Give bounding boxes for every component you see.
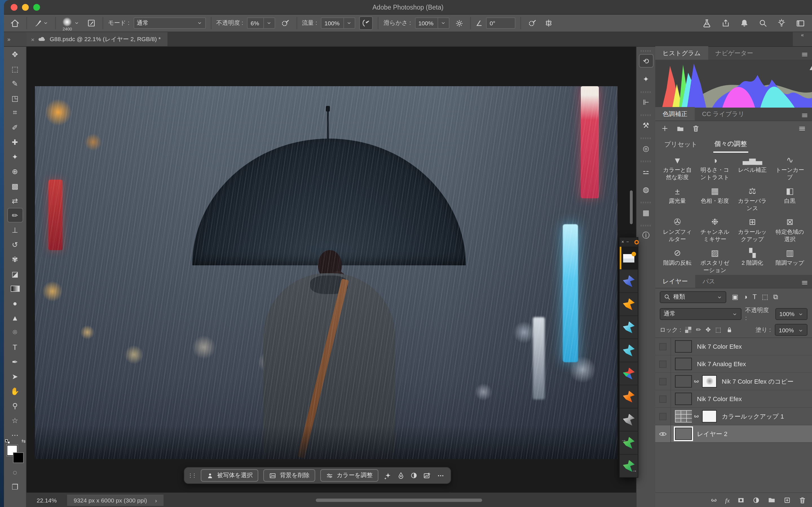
lock-pixels-icon[interactable]: ✏	[696, 326, 701, 334]
tab-cc-libraries[interactable]: CC ライブラリ	[695, 107, 752, 121]
plugin-item[interactable]	[620, 316, 638, 339]
dock-panel-button[interactable]: ⚒	[637, 112, 656, 135]
panel-menu-icon[interactable]	[801, 278, 809, 286]
plugin-item[interactable]	[620, 408, 638, 431]
adjustment-item[interactable]: ▥ 階調マップ	[771, 248, 809, 274]
folder-icon[interactable]	[676, 124, 684, 133]
opacity-pressure-button[interactable]	[279, 16, 291, 30]
layer-mask-link-icon[interactable]	[693, 378, 700, 385]
tool-button[interactable]: ✾	[7, 252, 23, 267]
layer-thumbnail[interactable]	[675, 375, 692, 388]
size-pressure-button[interactable]	[526, 16, 539, 30]
adjustment-item[interactable]: ▼ カラーと自 然な彩度	[659, 155, 696, 181]
lock-all-icon[interactable]	[726, 326, 733, 334]
brush-preset-picker[interactable]: 2400	[61, 16, 81, 30]
layer-thumbnail[interactable]	[675, 393, 692, 405]
layer-row[interactable]: Nik 7 Color Efex	[655, 338, 812, 355]
tool-button[interactable]: ⚲	[7, 398, 23, 413]
plugin-item[interactable]	[620, 362, 638, 385]
smoothing-input[interactable]: 100%	[415, 17, 449, 29]
tool-button[interactable]: ⇄	[7, 193, 23, 208]
share-icon[interactable]	[721, 18, 730, 27]
plugin-item[interactable]	[620, 339, 638, 362]
taskbar-drag-handle[interactable]: ⋮⋮	[188, 473, 196, 478]
tool-button[interactable]: ◳	[7, 91, 23, 105]
panel-menu-icon[interactable]	[801, 50, 809, 58]
layer-name[interactable]: レイヤー 2	[697, 430, 727, 438]
layer-row[interactable]: Nik 7 Color Efex のコピー	[655, 373, 812, 390]
layer-name[interactable]: Nik 7 Analog Efex	[697, 360, 746, 367]
layer-filter-select[interactable]: 種類	[660, 291, 726, 303]
remove-background-button[interactable]: 背景を削除	[264, 469, 315, 482]
blend-mode-select[interactable]: 通常	[133, 17, 206, 29]
mode-button[interactable]: ❐	[7, 480, 23, 494]
layer-thumbnail[interactable]	[675, 358, 692, 370]
new-adjustment-layer-icon[interactable]	[752, 496, 760, 504]
layer-thumbnail[interactable]	[675, 340, 692, 353]
add-image-icon[interactable]	[423, 471, 432, 480]
dock-panel-button[interactable]: ⊩	[637, 89, 656, 112]
adjustment-item[interactable]: ▦ 色相・彩度	[696, 186, 733, 212]
layer-mask-link-icon[interactable]	[693, 413, 700, 420]
layer-visibility-eye-icon[interactable]	[655, 390, 671, 407]
symmetry-button[interactable]	[543, 16, 555, 30]
tool-button[interactable]: ➤	[7, 369, 23, 384]
layer-mask-thumbnail[interactable]	[702, 410, 717, 422]
dock-panel-button[interactable]: ▦	[637, 200, 656, 223]
layer-opacity-input[interactable]: 100%	[775, 308, 808, 320]
adjustment-item[interactable]: ❉ チャンネル ミキサー	[696, 217, 733, 243]
generative-fill-sparkle-icon[interactable]	[384, 471, 392, 480]
new-group-folder-icon[interactable]	[767, 496, 776, 504]
plugin-item[interactable]	[620, 246, 638, 269]
minimize-window-button[interactable]	[22, 4, 29, 10]
tool-button[interactable]: ☆	[7, 413, 23, 428]
layer-row[interactable]: レイヤー 2	[655, 425, 812, 443]
new-layer-icon[interactable]	[783, 496, 791, 504]
tab-navigator[interactable]: ナビゲーター	[708, 46, 760, 60]
tool-button[interactable]	[7, 281, 23, 296]
tool-button[interactable]: ✐	[7, 120, 23, 135]
tool-button[interactable]: ↺	[7, 237, 23, 252]
delete-layer-trash-icon[interactable]	[799, 496, 806, 504]
airbrush-toggle[interactable]	[359, 16, 373, 30]
minimize-icon[interactable]: −	[626, 239, 629, 244]
swap-colors-icon[interactable]: ⇆	[21, 438, 26, 444]
document-dimensions[interactable]: 9324 px x 6000 px (300 ppi) ›	[67, 494, 163, 506]
adjustment-item[interactable]: ∿ トーンカー ブ	[771, 155, 809, 181]
adjustment-item[interactable]: ✇ レンズフィ ルター	[659, 217, 696, 243]
subtab-single-adjustments[interactable]: 個々の調整	[713, 136, 748, 152]
add-mask-icon[interactable]	[737, 496, 745, 504]
dock-panel-button[interactable]: ✦	[637, 71, 656, 89]
layer-name[interactable]: カラールックアップ 1	[722, 412, 784, 420]
select-subject-button[interactable]: 被写体を選択	[201, 469, 259, 482]
dock-panel-button[interactable]: ⚍	[637, 158, 656, 181]
adjustment-item[interactable]: ⊘ 階調の反転	[659, 248, 696, 274]
tab-layers[interactable]: レイヤー	[655, 274, 695, 288]
dock-panel-button[interactable]: ⓘ	[637, 223, 656, 245]
default-colors-icon[interactable]	[5, 439, 10, 444]
trash-icon[interactable]	[692, 124, 700, 132]
tool-button[interactable]: ⊥	[7, 223, 23, 237]
layer-fill-input[interactable]: 100%	[775, 324, 808, 336]
plugin-item[interactable]	[620, 292, 638, 316]
adjustment-item[interactable]: ▃▅▃ レベル補正	[733, 155, 771, 181]
layer-row[interactable]: Nik 7 Color Efex	[655, 390, 812, 408]
transform-warp-icon[interactable]	[397, 471, 405, 480]
layer-visibility-eye-icon[interactable]	[655, 373, 671, 390]
layer-name[interactable]: Nik 7 Color Efex	[697, 343, 742, 350]
lock-position-icon[interactable]: ✥	[706, 326, 711, 334]
layer-row[interactable]: カラールックアップ 1	[655, 408, 812, 425]
adjustment-item[interactable]: ◑ 明るさ・コ ントラスト	[696, 155, 733, 181]
adjustment-item[interactable]: ± 露光量	[659, 186, 696, 212]
canvas-image[interactable]	[35, 86, 617, 459]
filter-type-layers-icon[interactable]: T	[753, 293, 757, 301]
search-icon[interactable]	[758, 18, 767, 27]
angle-input[interactable]: 0°	[486, 17, 516, 29]
close-tab-icon[interactable]: ×	[31, 36, 35, 43]
notifications-bell-icon[interactable]	[740, 18, 749, 27]
layer-thumbnail[interactable]	[675, 410, 692, 422]
canvas-pasteboard[interactable]: ⋮⋮ 被写体を選択 背景を削除 カラーを調整	[27, 47, 636, 492]
vertical-scrollbar[interactable]	[630, 190, 633, 224]
close-icon[interactable]: ×	[621, 239, 624, 244]
adjustment-item[interactable]: ⊞ カラールッ クアップ	[733, 217, 771, 243]
